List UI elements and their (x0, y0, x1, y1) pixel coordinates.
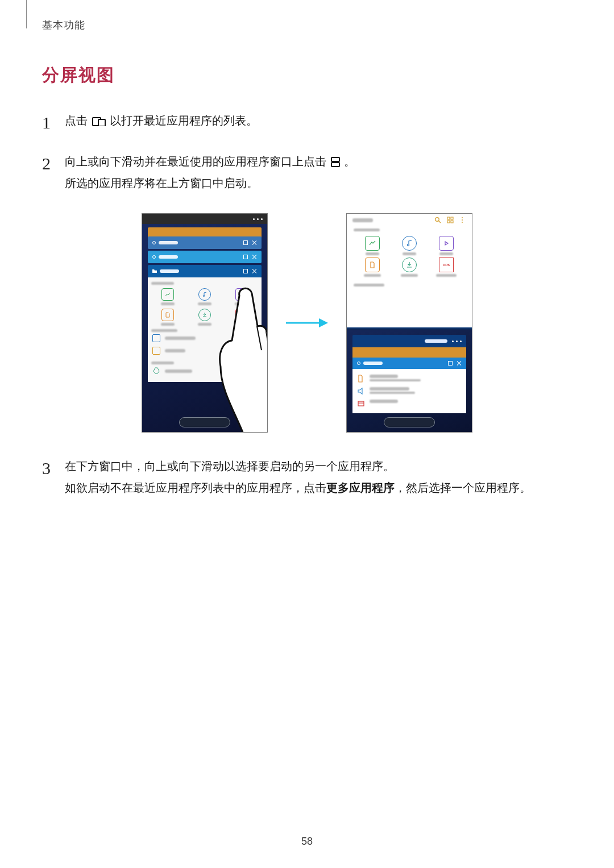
documents-icon (161, 309, 174, 321)
splitscreen-icon (448, 361, 453, 366)
list-item (357, 397, 462, 410)
cloud-label (151, 362, 174, 364)
row-title (370, 400, 398, 403)
step3-line1: 在下方窗口中，向上或向下滑动以选择要启动的另一个应用程序。 (65, 460, 395, 472)
app-title (352, 218, 373, 222)
page-number: 58 (0, 836, 614, 848)
notifications-icon (357, 400, 365, 408)
overflow-dot (452, 340, 454, 342)
step-2: 向上或向下滑动并在最近使用的应用程序窗口上点击 。 所选的应用程序将在上方窗口中… (42, 151, 572, 194)
documents-icon (365, 258, 380, 272)
step1-text-before: 点击 (65, 114, 91, 127)
more-apps-label (425, 339, 447, 343)
list-meta (238, 350, 257, 352)
svg-marker-5 (240, 293, 243, 296)
videos-icon (235, 288, 248, 301)
recents-card-back (352, 347, 466, 358)
svg-rect-1 (98, 119, 105, 126)
svg-point-4 (203, 295, 204, 296)
row-sub (370, 392, 415, 394)
svg-point-16 (462, 219, 463, 221)
close-icon (252, 255, 257, 259)
drive-icon (152, 367, 160, 375)
downloads-icon (402, 258, 417, 272)
recents-tab-internet (148, 236, 262, 249)
svg-point-17 (462, 222, 463, 223)
figure: APK (42, 213, 572, 433)
images-icon (161, 288, 174, 301)
split-lower-pane (347, 330, 472, 432)
overflow-dot (456, 340, 458, 342)
svg-rect-11 (447, 217, 450, 219)
list-item (151, 332, 258, 344)
svg-rect-3 (331, 163, 339, 167)
row-sub (370, 379, 421, 381)
tab-label (160, 269, 179, 273)
cat-label (235, 323, 248, 326)
cat-label (235, 302, 248, 305)
settings-list (352, 369, 466, 413)
splitscreen-icon (243, 255, 248, 259)
svg-rect-13 (447, 221, 450, 223)
step1-text-after: 以打开最近应用程序的列表。 (110, 114, 258, 127)
cat-label (161, 302, 175, 305)
step-1: 点击 以打开最近应用程序的列表。 (42, 110, 572, 131)
myfiles-header (347, 214, 472, 226)
close-icon (252, 269, 257, 273)
cat-label (366, 252, 379, 255)
list-label (165, 349, 185, 352)
search-icon (434, 217, 441, 223)
list-label (165, 337, 196, 340)
phone-right: APK (346, 213, 472, 433)
step2-line1-after: 。 (344, 155, 355, 168)
cat-label (401, 274, 418, 277)
cat-label (403, 252, 416, 255)
cat-label (364, 274, 381, 277)
list-item (357, 385, 462, 397)
connections-icon (357, 375, 365, 383)
apk-icon: APK (235, 309, 248, 321)
row-title (370, 387, 409, 391)
svg-rect-20 (358, 401, 364, 406)
categories-label (151, 282, 174, 285)
step-list-cont: 在下方窗口中，向上或向下滑动以选择要启动的另一个应用程序。 如欲启动不在最近应用… (42, 455, 572, 499)
svg-rect-14 (451, 221, 453, 223)
svg-rect-2 (331, 157, 339, 161)
apk-icon: APK (439, 258, 454, 272)
cat-label (198, 302, 211, 305)
local-storage-label (151, 329, 177, 332)
gear-icon (152, 255, 156, 259)
recents-icon (92, 117, 106, 126)
splitscreen-icon (331, 157, 340, 167)
cat-label (161, 323, 175, 326)
list-item (151, 364, 258, 377)
recents-tab-settings (352, 358, 466, 369)
step-3: 在下方窗口中，向上或向下滑动以选择要启动的另一个应用程序。 如欲启动不在最近应用… (42, 455, 572, 499)
folder-icon (152, 269, 157, 273)
videos-icon (439, 236, 454, 251)
section-title: 分屏视图 (42, 64, 572, 87)
svg-marker-19 (445, 242, 448, 245)
svg-rect-12 (451, 217, 453, 219)
images-icon (365, 236, 380, 251)
splitscreen-icon (243, 269, 248, 273)
svg-line-10 (439, 221, 441, 223)
svg-marker-8 (319, 318, 328, 327)
audio-icon (402, 236, 417, 251)
recents-tab-settings (148, 251, 262, 263)
splitscreen-icon (243, 240, 248, 245)
cat-label (198, 323, 211, 326)
local-storage-label (354, 284, 384, 286)
row-title (370, 375, 398, 378)
close-icon (252, 240, 257, 245)
step-list: 点击 以打开最近应用程序的列表。 向上或向下滑动并在最近使用的应用程序窗口上点击… (42, 110, 572, 194)
svg-point-9 (435, 218, 439, 221)
step2-line2: 所选的应用程序将在上方窗口中启动。 (65, 177, 258, 189)
sound-icon (357, 387, 365, 395)
overflow-dot (257, 218, 259, 220)
step3-line2-before: 如欲启动不在最近应用程序列表中的应用程序，点击 (65, 481, 326, 494)
list-label (165, 369, 192, 373)
categories-grid: APK (151, 288, 258, 326)
list-item (357, 372, 462, 385)
step2-line1-before: 向上或向下滑动并在最近使用的应用程序窗口上点击 (65, 155, 330, 168)
